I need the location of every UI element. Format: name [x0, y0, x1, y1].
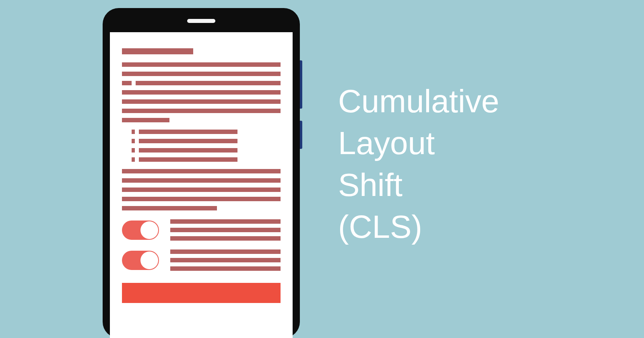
title-line-3: Shift [338, 164, 499, 206]
content-text-placeholder [122, 118, 169, 122]
content-title-placeholder [122, 48, 193, 54]
toggle-knob [140, 221, 158, 239]
diagram-title: Cumulative Layout Shift (CLS) [338, 80, 499, 248]
setting-row [122, 219, 281, 241]
phone-side-button-1 [300, 60, 302, 109]
title-line-4: (CLS) [338, 206, 499, 248]
list-item [139, 139, 237, 143]
content-text-placeholder [122, 169, 281, 173]
setting-label-placeholder [170, 258, 281, 262]
phone-screen [110, 32, 293, 338]
setting-label-placeholder [170, 249, 281, 254]
list-item [139, 148, 237, 153]
primary-button[interactable] [122, 283, 281, 303]
list-item [139, 157, 237, 162]
content-text-placeholder [122, 206, 217, 210]
content-text-placeholder [122, 178, 281, 183]
content-text-placeholder [122, 99, 281, 104]
setting-label-placeholder [170, 219, 281, 224]
content-text-placeholder [122, 197, 281, 201]
phone-speaker [187, 19, 215, 23]
content-text-placeholder [122, 81, 132, 85]
content-text-placeholder [122, 90, 281, 95]
content-text-placeholder [122, 72, 281, 76]
phone-side-button-2 [300, 121, 302, 149]
list-item [139, 130, 237, 134]
content-text-placeholder [122, 188, 281, 192]
phone-mockup [103, 8, 300, 338]
title-line-1: Cumulative [338, 80, 499, 122]
setting-row [122, 249, 281, 271]
toggle-switch[interactable] [122, 251, 159, 270]
toggle-knob [140, 251, 158, 269]
setting-label-placeholder [170, 266, 281, 271]
toggle-switch[interactable] [122, 221, 159, 240]
title-line-2: Layout [338, 122, 499, 164]
content-text-placeholder [122, 62, 281, 67]
setting-label-placeholder [170, 228, 281, 232]
content-text-placeholder [122, 109, 281, 113]
content-text-placeholder [136, 81, 281, 85]
setting-label-placeholder [170, 236, 281, 241]
